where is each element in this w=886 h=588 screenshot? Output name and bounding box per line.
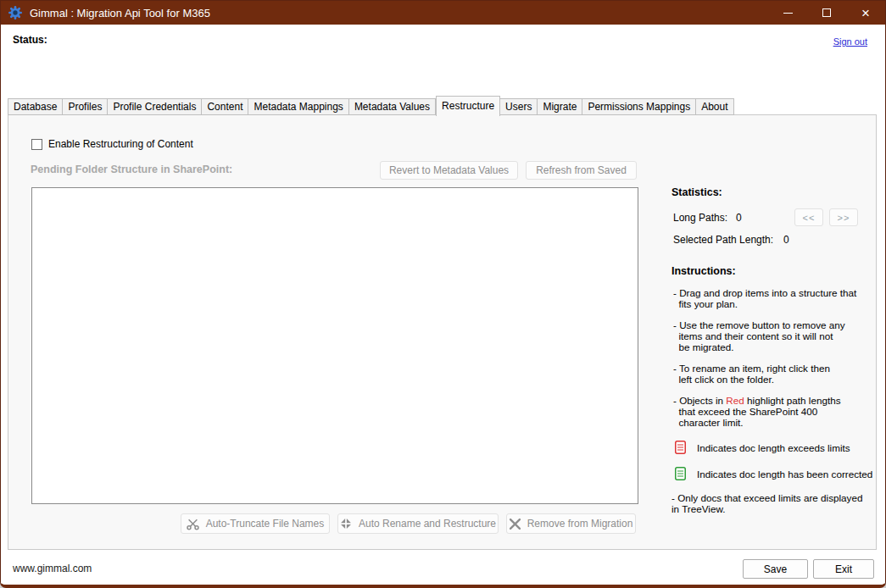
close-icon: × <box>861 6 870 20</box>
selected-path-length-row: Selected Path Length:0 <box>671 234 878 246</box>
tab-metadata-values[interactable]: Metadata Values <box>349 98 436 115</box>
revert-to-metadata-values-button[interactable]: Revert to Metadata Values <box>380 161 518 180</box>
tab-content[interactable]: Content <box>202 98 248 115</box>
long-paths-value: 0 <box>736 212 742 224</box>
status-label: Status: <box>13 34 47 46</box>
enable-restructuring-checkbox[interactable] <box>31 139 42 150</box>
instructions-footnote: - Only docs that exceed limits are displ… <box>671 492 878 514</box>
website-label: www.gimmal.com <box>13 563 92 574</box>
remove-x-icon <box>510 519 521 530</box>
app-window: Gimmal : Migration Api Tool for M365 × S… <box>0 0 886 588</box>
action-button-label: Auto-Truncate File Names <box>206 518 325 530</box>
auto-truncate-file-names-button[interactable]: Auto-Truncate File Names <box>181 513 330 534</box>
auto-rename-and-restructure-button[interactable]: Auto Rename and Restructure <box>337 513 499 534</box>
instruction-item: - To rename an item, right click then le… <box>671 363 878 385</box>
tab-about[interactable]: About <box>696 98 733 115</box>
gear-icon <box>8 6 22 19</box>
instruction-item: - Objects in Red highlight path lengths … <box>671 395 878 428</box>
legend-text: Indicates doc length exceeds limits <box>697 442 850 453</box>
tab-strip: DatabaseProfilesProfile CredentialsConte… <box>8 96 734 115</box>
statistics-title: Statistics: <box>671 186 878 198</box>
previous-long-path-button[interactable]: << <box>794 208 823 226</box>
instruction-item: - Drag and drop items into a structure t… <box>671 287 878 309</box>
tab-migrate[interactable]: Migrate <box>538 98 582 115</box>
tree-actions-row: Auto-Truncate File NamesAuto Rename and … <box>8 513 653 534</box>
green-doc-icon <box>675 467 686 480</box>
sign-out-link[interactable]: Sign out <box>833 36 867 47</box>
restructure-tab-page: Enable Restructuring of Content Pending … <box>8 114 877 550</box>
refresh-from-saved-button[interactable]: Refresh from Saved <box>526 161 637 180</box>
enable-restructuring-label: Enable Restructuring of Content <box>48 138 193 150</box>
tab-users[interactable]: Users <box>500 98 538 115</box>
tab-database[interactable]: Database <box>8 98 63 115</box>
selected-path-length-value: 0 <box>783 234 789 246</box>
save-button[interactable]: Save <box>743 559 808 579</box>
action-button-label: Remove from Migration <box>527 518 633 530</box>
minimize-icon <box>783 13 793 14</box>
collapse-arrows-icon <box>340 518 352 530</box>
next-long-path-button[interactable]: >> <box>829 208 858 226</box>
enable-restructuring-row: Enable Restructuring of Content <box>31 138 193 150</box>
title-bar: Gimmal : Migration Api Tool for M365 × <box>1 1 885 25</box>
tab-profile-credentials[interactable]: Profile Credentials <box>108 98 202 115</box>
scissors-icon <box>187 518 199 530</box>
close-button[interactable]: × <box>846 1 885 25</box>
long-paths-label: Long Paths: <box>673 212 727 224</box>
pending-folder-treeview[interactable] <box>31 187 638 504</box>
maximize-button[interactable] <box>807 1 846 25</box>
remove-from-migration-button[interactable]: Remove from Migration <box>506 513 636 534</box>
legend-text: Indicates doc length has been corrected <box>697 469 872 480</box>
tab-metadata-mappings[interactable]: Metadata Mappings <box>248 98 348 115</box>
tab-restructure[interactable]: Restructure <box>436 96 500 116</box>
exit-button[interactable]: Exit <box>813 559 874 579</box>
minimize-button[interactable] <box>768 1 807 25</box>
tab-profiles[interactable]: Profiles <box>63 98 108 115</box>
pending-folder-structure-label: Pending Folder Structure in SharePoint: <box>31 164 232 175</box>
instructions-list: - Drag and drop items into a structure t… <box>671 287 878 428</box>
legend-row: Indicates doc length exceeds limits <box>671 441 878 454</box>
legend-list: Indicates doc length exceeds limitsIndic… <box>671 441 878 480</box>
selected-path-length-label: Selected Path Length: <box>673 234 773 246</box>
footer-bar: www.gimmal.com Save Exit <box>1 550 885 585</box>
action-button-label: Auto Rename and Restructure <box>359 518 496 530</box>
right-panel: Statistics: Long Paths: 0 << >> Selected… <box>671 186 878 514</box>
instruction-item: - Use the remove button to remove any it… <box>671 319 878 352</box>
red-doc-icon <box>675 441 686 454</box>
maximize-icon <box>822 8 831 17</box>
tab-permissions-mappings[interactable]: Permissions Mappings <box>582 98 696 115</box>
instructions-title: Instructions: <box>671 265 878 277</box>
window-title: Gimmal : Migration Api Tool for M365 <box>30 7 210 19</box>
legend-row: Indicates doc length has been corrected <box>671 467 878 480</box>
long-paths-row: Long Paths: 0 << >> <box>671 208 878 227</box>
